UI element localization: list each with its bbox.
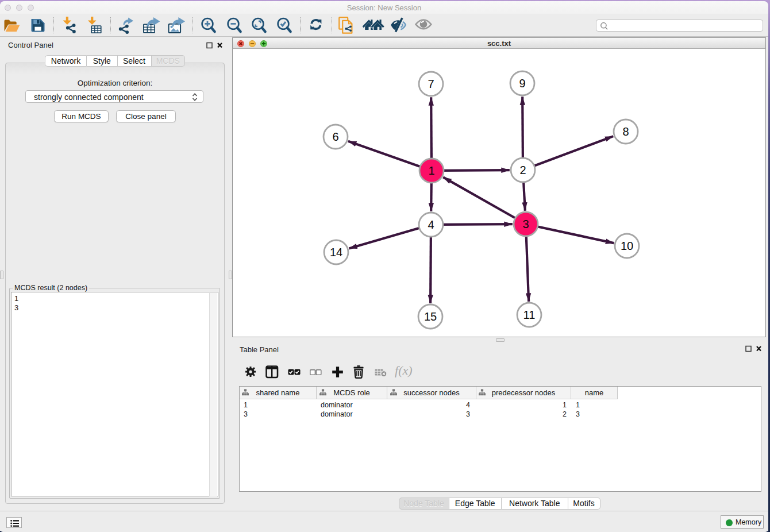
svg-text:14: 14: [330, 246, 342, 259]
svg-text:7: 7: [428, 78, 434, 90]
svg-text:4: 4: [428, 218, 434, 231]
svg-text:8: 8: [622, 125, 629, 138]
svg-text:3: 3: [522, 218, 529, 230]
svg-text:11: 11: [523, 309, 536, 321]
svg-text:1: 1: [428, 164, 434, 177]
svg-text:6: 6: [332, 130, 338, 143]
svg-text:15: 15: [424, 310, 437, 323]
svg-text:10: 10: [621, 240, 633, 252]
svg-text:9: 9: [519, 77, 525, 90]
svg-text:2: 2: [519, 164, 526, 176]
